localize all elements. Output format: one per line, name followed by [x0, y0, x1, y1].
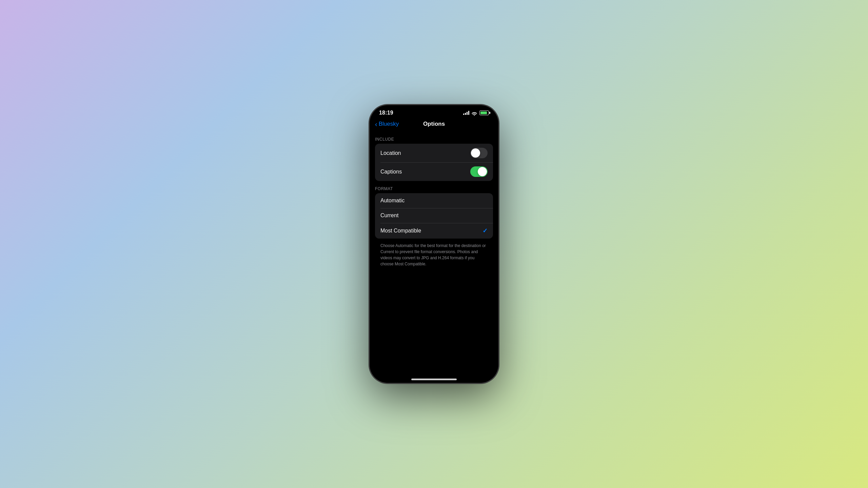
phone-frame: 18:19 [370, 105, 498, 383]
home-indicator [370, 379, 498, 383]
captions-row: Captions [375, 162, 493, 181]
home-bar [411, 379, 457, 380]
current-label: Current [380, 212, 398, 219]
location-row: Location [375, 144, 493, 162]
battery-indicator [479, 110, 489, 115]
format-section-label: FORMAT [370, 186, 498, 193]
format-option-current[interactable]: Current [375, 208, 493, 223]
automatic-label: Automatic [380, 198, 405, 204]
include-settings-group: Location Captions [375, 144, 493, 181]
most-compatible-label: Most Compatible [380, 228, 421, 234]
checkmark-icon: ✓ [482, 227, 488, 235]
content-area: INCLUDE Location Captions FORMAT [370, 131, 498, 379]
format-option-automatic[interactable]: Automatic [375, 193, 493, 208]
dynamic-island [414, 109, 454, 121]
captions-toggle[interactable] [470, 166, 488, 177]
back-label: Bluesky [379, 121, 399, 127]
back-button[interactable]: ‹ Bluesky [375, 121, 399, 127]
toggle-thumb [471, 148, 480, 158]
location-toggle[interactable] [470, 148, 488, 158]
status-icons [463, 110, 489, 115]
format-options-group: Automatic Current Most Compatible ✓ [375, 193, 493, 239]
screen: 18:19 [370, 105, 498, 383]
wifi-icon [472, 111, 477, 115]
back-chevron-icon: ‹ [375, 121, 377, 127]
location-label: Location [380, 150, 401, 156]
toggle-thumb [478, 167, 487, 176]
format-description: Choose Automatic for the best format for… [375, 241, 493, 271]
format-option-most-compatible[interactable]: Most Compatible ✓ [375, 223, 493, 239]
status-time: 18:19 [379, 110, 393, 116]
include-section-label: INCLUDE [370, 137, 498, 144]
captions-label: Captions [380, 169, 402, 175]
signal-icon [463, 111, 469, 115]
page-title: Options [423, 121, 445, 127]
